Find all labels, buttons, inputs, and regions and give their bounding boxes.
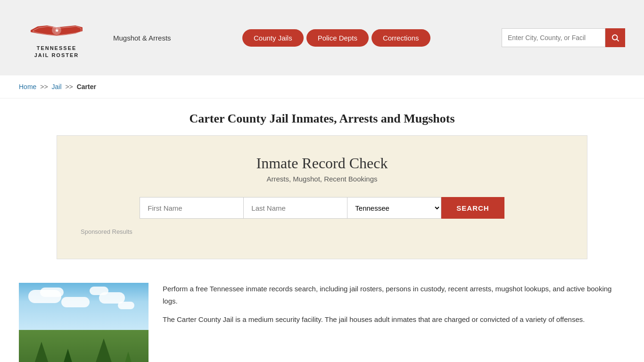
- corrections-button[interactable]: Corrections: [372, 29, 430, 47]
- sponsored-label: Sponsored Results: [81, 228, 563, 235]
- page-title: Carter County Jail Inmates, Arrests and …: [19, 112, 625, 126]
- content-para-2: The Carter County Jail is a medium secur…: [163, 313, 625, 326]
- inmate-record-check-box: Inmate Record Check Arrests, Mugshot, Re…: [57, 135, 587, 259]
- record-check-title: Inmate Record Check: [81, 155, 563, 172]
- breadcrumb: Home >> Jail >> Carter: [0, 75, 644, 99]
- breadcrumb-home[interactable]: Home: [19, 83, 36, 90]
- content-area: Perform a free Tennessee inmate records …: [0, 273, 644, 362]
- search-icon: [611, 33, 619, 42]
- site-header: ★ TENNESSEE JAIL ROSTER Mugshot & Arrest…: [0, 0, 644, 75]
- mugshot-arrests-link[interactable]: Mugshot & Arrests: [113, 34, 171, 42]
- record-check-subtitle: Arrests, Mugshot, Recent Bookings: [81, 175, 563, 183]
- state-select[interactable]: Tennessee Alabama Alaska Arizona Arkansa…: [347, 197, 441, 219]
- svg-point-4: [612, 35, 618, 40]
- content-para-1: Perform a free Tennessee inmate records …: [163, 283, 625, 307]
- content-text: Perform a free Tennessee inmate records …: [163, 283, 625, 332]
- record-check-form: Tennessee Alabama Alaska Arizona Arkansa…: [81, 197, 563, 219]
- site-logo[interactable]: ★ TENNESSEE JAIL ROSTER: [19, 17, 94, 58]
- content-image: [19, 283, 149, 362]
- county-jails-button[interactable]: County Jails: [242, 29, 304, 47]
- svg-line-5: [617, 39, 619, 41]
- breadcrumb-jail[interactable]: Jail: [52, 83, 62, 90]
- main-nav: County Jails Police Depts Corrections: [190, 29, 483, 47]
- breadcrumb-sep-1: >>: [40, 83, 48, 90]
- logo-map-icon: ★: [28, 17, 85, 43]
- first-name-input[interactable]: [140, 197, 243, 219]
- logo-text: TENNESSEE JAIL ROSTER: [34, 45, 79, 58]
- header-search-area: [502, 28, 625, 47]
- breadcrumb-current: Carter: [77, 83, 96, 90]
- record-search-button[interactable]: SEARCH: [441, 197, 504, 219]
- last-name-input[interactable]: [243, 197, 347, 219]
- header-search-input[interactable]: [502, 28, 605, 47]
- breadcrumb-sep-2: >>: [65, 83, 73, 90]
- page-title-area: Carter County Jail Inmates, Arrests and …: [0, 99, 644, 135]
- svg-text:★: ★: [55, 28, 59, 33]
- header-search-button[interactable]: [605, 28, 625, 47]
- police-depts-button[interactable]: Police Depts: [306, 29, 369, 47]
